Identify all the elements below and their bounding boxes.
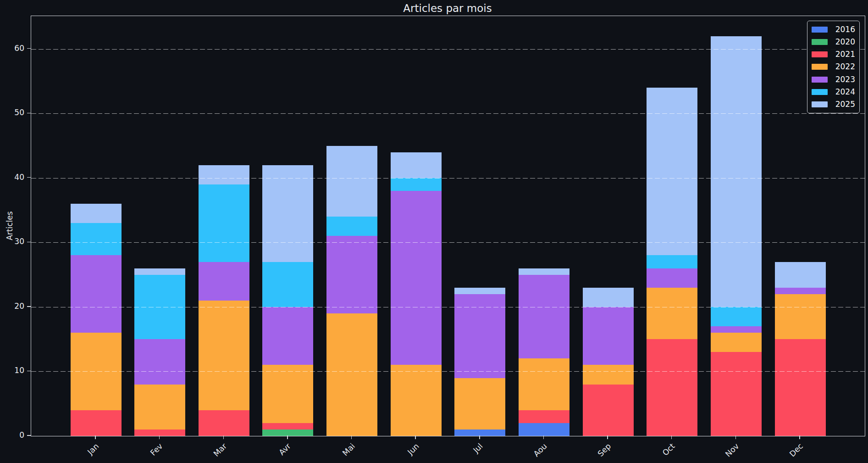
y-tick-20 <box>27 306 31 307</box>
bar-segment-Avr-2021 <box>262 423 313 430</box>
x-tick-Mai <box>351 435 352 439</box>
legend-swatch-2024 <box>812 89 828 95</box>
legend-label-2021: 2021 <box>832 50 855 58</box>
y-tick-0 <box>27 435 31 435</box>
gridline-y20 <box>31 307 865 307</box>
y-tick-50 <box>27 113 31 113</box>
x-tick-Oct <box>671 435 672 439</box>
bar-segment-Mai-2024 <box>326 217 377 236</box>
y-tick-10 <box>27 371 31 371</box>
y-tick-40 <box>27 177 31 178</box>
x-tick-label-text: Nov <box>724 441 741 459</box>
bar-segment-Jun-2024 <box>391 178 442 191</box>
bar-segment-Oct-2022 <box>647 288 697 339</box>
legend-swatch-2022 <box>812 64 828 70</box>
bar-segment-Jun-2023 <box>391 191 442 365</box>
gridline-y40 <box>31 178 865 179</box>
bar-segment-Dec-2025 <box>775 262 826 288</box>
gridline-y10 <box>31 371 865 372</box>
x-tick-Aou <box>543 435 544 439</box>
y-tick-label-20: 20 <box>4 302 24 310</box>
bar-segment-Mai-2022 <box>326 313 377 436</box>
y-tick-60 <box>27 48 31 49</box>
bar-segment-Aou-2016 <box>519 423 569 436</box>
x-tick-label-text: Fev <box>149 441 165 457</box>
bar-segment-Fev-2025 <box>134 268 185 275</box>
y-tick-30 <box>27 242 31 242</box>
bar-segment-Oct-2024 <box>647 255 697 268</box>
bar-segment-Nov-2022 <box>711 333 762 352</box>
bar-segment-Mar-2022 <box>199 301 249 410</box>
legend-item-2024: 2024 <box>812 88 855 96</box>
bar-segment-Jan-2024 <box>71 223 122 255</box>
legend-swatch-2016 <box>812 27 828 33</box>
bar-segment-Nov-2025 <box>711 36 762 307</box>
x-tick-Jul <box>479 435 480 439</box>
legend-swatch-2021 <box>812 51 828 57</box>
bar-segment-Mar-2021 <box>199 410 249 436</box>
legend-item-2022: 2022 <box>812 63 855 71</box>
bar-segment-Fev-2022 <box>134 385 185 430</box>
gridline-y60 <box>31 49 865 50</box>
legend-swatch-2023 <box>812 77 828 83</box>
bar-segment-Nov-2023 <box>711 326 762 333</box>
x-tick-label-text: Oct <box>661 441 677 457</box>
bar-segment-Avr-2025 <box>262 165 313 262</box>
bar-segment-Jan-2025 <box>71 204 122 223</box>
legend-label-2024: 2024 <box>832 88 855 96</box>
y-tick-label-0: 0 <box>4 431 24 439</box>
legend-label-2020: 2020 <box>832 38 855 46</box>
x-tick-Nov <box>735 435 736 439</box>
bar-segment-Aou-2025 <box>519 268 569 275</box>
bar-segment-Jan-2021 <box>71 410 122 436</box>
bar-segment-Oct-2021 <box>647 339 697 436</box>
bar-segment-Oct-2025 <box>647 88 697 255</box>
y-tick-label-10: 10 <box>4 367 24 374</box>
bar-segment-Aou-2022 <box>519 358 569 410</box>
bar-segment-Nov-2024 <box>711 307 762 326</box>
bar-segment-Mai-2023 <box>326 236 377 313</box>
bar-segment-Jul-2025 <box>454 288 505 294</box>
plot-area <box>31 16 865 436</box>
bar-segment-Avr-2023 <box>262 307 313 365</box>
bar-segment-Mar-2025 <box>199 165 249 184</box>
x-tick-label-text: Jul <box>471 441 485 455</box>
x-tick-label-text: Mai <box>340 441 356 457</box>
bar-segment-Aou-2023 <box>519 275 569 359</box>
bar-segment-Dec-2021 <box>775 339 826 436</box>
gridline-y50 <box>31 113 865 114</box>
bar-segment-Sep-2025 <box>583 288 634 307</box>
x-tick-label-text: Aou <box>531 441 548 458</box>
legend-label-2022: 2022 <box>832 63 855 71</box>
bar-segment-Jul-2022 <box>454 378 505 430</box>
bar-segment-Avr-2020 <box>262 430 313 436</box>
bar-segment-Jan-2023 <box>71 255 122 333</box>
x-tick-Jan <box>95 435 95 439</box>
bar-segment-Mar-2024 <box>199 184 249 262</box>
bar-segment-Fev-2021 <box>134 430 185 436</box>
x-tick-label-text: Dec <box>788 441 805 458</box>
legend-item-2016: 2016 <box>812 26 855 33</box>
bar-segment-Mai-2025 <box>326 146 377 217</box>
bar-segment-Mar-2023 <box>199 262 249 301</box>
bar-segment-Jun-2022 <box>391 365 442 436</box>
x-tick-Fev <box>159 435 160 439</box>
bar-segment-Sep-2021 <box>583 385 634 436</box>
x-tick-label-text: Avr <box>277 441 293 457</box>
bar-segment-Jul-2016 <box>454 430 505 436</box>
bar-segment-Dec-2022 <box>775 294 826 339</box>
legend-swatch-2025 <box>812 101 828 107</box>
y-tick-label-50: 50 <box>4 109 24 117</box>
y-tick-label-30: 30 <box>4 238 24 245</box>
bar-segment-Sep-2022 <box>583 365 634 384</box>
x-tick-label-text: Jun <box>405 441 420 457</box>
bar-segment-Nov-2021 <box>711 352 762 436</box>
gridline-y30 <box>31 242 865 243</box>
legend-item-2021: 2021 <box>812 50 855 58</box>
bar-segment-Dec-2023 <box>775 288 826 294</box>
legend-label-2016: 2016 <box>832 26 855 33</box>
y-axis-label: Articles <box>5 211 14 240</box>
bar-segment-Oct-2023 <box>647 268 697 288</box>
bar-segment-Avr-2022 <box>262 365 313 423</box>
x-tick-Dec <box>799 435 800 439</box>
